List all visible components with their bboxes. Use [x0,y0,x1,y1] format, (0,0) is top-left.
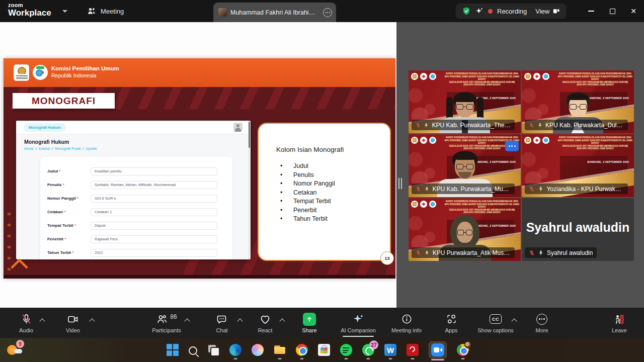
view-layout-icon [552,8,560,15]
meeting-info-button[interactable]: Meeting info [382,312,431,333]
kpu-logo-icon [14,64,29,81]
slide-title-box: MONOGRAFI [13,93,115,109]
whatsapp-icon[interactable]: 27 [362,344,374,356]
meeting-status-pill: Recording View [456,4,566,19]
slide-page-number: 13 [380,251,394,265]
share-button[interactable]: Share [285,312,334,333]
video-options-caret[interactable] [90,318,95,322]
vbg-caption: RAPAT KOORDINASI PENGELOLAAN DAN PENGEMB… [557,136,633,163]
mic-muted-icon [416,250,421,256]
participant-name: KPU Kab. Purwakarta_Muham... [433,186,511,193]
react-options-caret[interactable] [280,318,285,322]
slide-header-band: Komisi Pemilihan Umum Republik Indonesia [4,58,395,87]
participants-button[interactable]: 86 Participants [142,312,191,333]
apps-button[interactable]: Apps [427,312,475,333]
workspace-dropdown-caret-icon[interactable] [62,10,67,13]
field-value: Depok [91,222,217,230]
field-label: Nomor Panggil [47,196,78,201]
pin-icon [424,250,430,256]
zoom-app-icon [431,343,444,356]
mic-muted-icon [416,186,421,192]
taskbar-weather-widget[interactable]: 9 [7,343,22,357]
acrobat-icon[interactable] [407,344,419,356]
tab-active-shared-screen[interactable]: Muhammad Fakhri Ali Ibrahim's s [213,3,336,22]
vbg-logos-icon [411,201,436,208]
task-view-icon[interactable] [207,344,219,356]
spotify-icon[interactable] [340,344,352,356]
word-icon[interactable]: W [384,344,396,356]
tab-meeting-label: Meeting [101,8,124,15]
security-shield-icon[interactable] [462,7,471,16]
mic-muted-icon [21,313,32,325]
meeting-info-label: Meeting info [382,327,431,333]
video-tile-theresia[interactable]: RAPAT KOORDINASI PENGELOLAAN DAN PENGEMB… [409,70,521,133]
chrome-profile-icon[interactable] [457,344,469,356]
form-row-penulis: PenulisSurbakti, Ramlan; Abhan; Affifudi… [40,181,232,189]
zoom-active-indicator [431,359,444,360]
video-tile-dulfikar[interactable]: RAPAT KOORDINASI PENGELOLAAN DAN PENGEMB… [522,70,634,133]
field-value: 324.6 SUR k [91,195,217,203]
chrome-browser-icon[interactable] [296,344,308,356]
audio-label: Audio [2,327,50,333]
pin-icon [538,186,544,192]
participants-options-caret[interactable] [185,318,190,322]
video-button[interactable]: Video [49,312,97,333]
form-row-cetakan: CetakanCetakan 1 [40,208,232,216]
meeting-people-icon [87,6,97,16]
tab-active-title: Muhammad Fakhri Ali Ibrahim's s [230,9,319,16]
edge-browser-icon[interactable] [229,344,242,356]
close-button[interactable]: ✕ [623,0,644,22]
file-explorer-icon[interactable] [274,344,286,356]
view-button[interactable]: View [535,8,560,15]
tile-more-options-button[interactable] [505,141,519,151]
profile-avatar [464,341,471,348]
more-button[interactable]: More [518,312,566,333]
view-label: View [535,8,549,15]
vbg-logos-icon [411,137,436,144]
pin-icon [424,186,430,192]
kolom-isian-panel: Kolom Isian Monografi Judul Penulis Nomo… [258,123,391,261]
minimize-button[interactable] [581,0,602,22]
participant-name-label: KPU Kab. Purwakarta_Dulfikar ... [525,120,628,130]
ai-sparkle-icon[interactable] [475,7,484,15]
captions-options-caret[interactable] [512,318,517,322]
leave-button[interactable]: Leave [595,312,643,333]
breadcrumb-home: Home [24,147,37,150]
more-label: More [518,327,566,333]
field-value: Rajawali Pers [91,235,217,243]
jdih-logo-icon [33,65,48,80]
field-value: 2022 [91,249,217,257]
more-ellipsis-icon [536,314,547,325]
video-tile-yoziandika[interactable]: RAPAT KOORDINASI PENGELOLAAN DAN PENGEMB… [522,134,634,197]
microsoft-store-icon[interactable] [318,344,330,356]
show-captions-label: Show captions [471,327,520,333]
mic-muted-icon [416,122,421,128]
captions-cc-icon: CC [490,314,502,324]
form-card: JudulKeadilan pemilu PenulisSurbakti, Ra… [40,157,232,259]
breadcrumb-koleksi: Koleksi [39,147,53,150]
tab-meeting[interactable]: Meeting [87,0,124,22]
mic-muted-icon [529,250,535,256]
gallery-resize-handle[interactable] [397,177,403,190]
field-label: Penerbit [47,237,66,241]
start-button[interactable] [167,344,179,356]
form-row-tempat-terbit: Tempat TerbitDepok [40,222,232,230]
maximize-button[interactable] [602,0,623,22]
copilot-icon[interactable] [252,344,264,356]
title-bar: zoom Workplace Meeting Muhammad Fakhri A… [0,0,644,22]
search-icon[interactable] [189,346,197,355]
audio-options-caret[interactable] [40,318,45,322]
ai-companion-button[interactable]: AI Companion [334,312,382,333]
field-value: Keadilan pemilu [91,167,217,175]
tab-options-ellipsis-icon[interactable] [323,8,332,17]
participants-count: 86 [170,313,177,320]
video-tile-atik[interactable]: RAPAT KOORDINASI PENGELOLAAN DAN PENGEMB… [409,198,521,261]
zoom-toolbar: Audio Video 86 Par [0,308,644,338]
zoom-app-active[interactable] [429,341,447,358]
kolom-item: Judul [276,162,382,171]
window-controls: ✕ [581,0,644,22]
video-tile-muhammad[interactable]: RAPAT KOORDINASI PENGELOLAAN DAN PENGEMB… [409,134,521,197]
kolom-item: Tempat Terbit [276,197,382,206]
video-tile-syahrul[interactable]: Syahrul awaludin Syahrul awaludin [522,198,634,261]
video-camera-icon [67,313,79,325]
